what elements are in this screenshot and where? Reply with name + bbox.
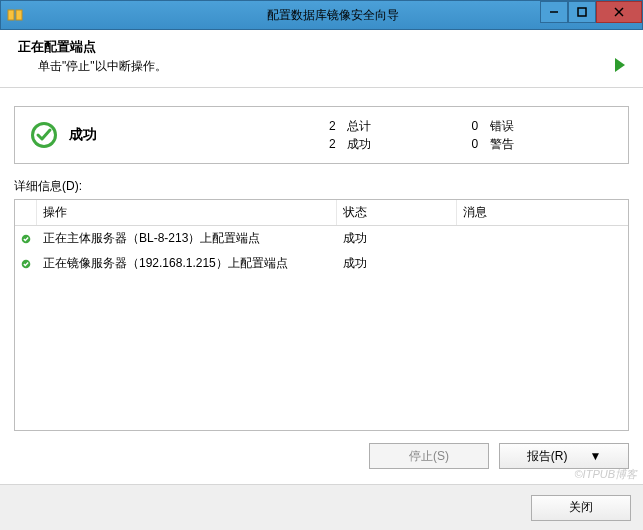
- titlebar: 配置数据库镜像安全向导: [0, 0, 643, 30]
- minimize-button[interactable]: [540, 1, 568, 23]
- stop-button[interactable]: 停止(S): [369, 443, 489, 469]
- summary-status: 成功: [69, 126, 329, 144]
- table-row[interactable]: 正在主体服务器（BL-8-213）上配置端点成功: [15, 226, 628, 251]
- col-status[interactable]: 状态: [337, 200, 457, 225]
- row-status-icon: [15, 231, 37, 247]
- details-label: 详细信息(D):: [14, 178, 629, 195]
- play-icon: [613, 56, 627, 77]
- table-row[interactable]: 正在镜像服务器（192.168.1.215）上配置端点成功: [15, 251, 628, 276]
- success-label: 成功: [347, 135, 371, 153]
- error-count: 0: [472, 117, 490, 135]
- row-status: 成功: [337, 229, 457, 248]
- row-operation: 正在主体服务器（BL-8-213）上配置端点: [37, 229, 337, 248]
- page-title: 正在配置端点: [18, 38, 613, 56]
- row-message: [457, 238, 628, 240]
- stop-button-label: 停止(S): [409, 448, 449, 465]
- total-count: 2: [329, 117, 347, 135]
- svg-rect-0: [8, 10, 14, 20]
- error-label: 错误: [490, 117, 514, 135]
- close-button[interactable]: 关闭: [531, 495, 631, 521]
- success-check-icon: [29, 120, 59, 150]
- maximize-button[interactable]: [568, 1, 596, 23]
- row-message: [457, 263, 628, 265]
- row-operation: 正在镜像服务器（192.168.1.215）上配置端点: [37, 254, 337, 273]
- report-button[interactable]: 报告(R) ▼: [499, 443, 629, 469]
- col-operation[interactable]: 操作: [37, 200, 337, 225]
- app-icon: [7, 7, 23, 23]
- svg-rect-1: [16, 10, 22, 20]
- row-status-icon: [15, 256, 37, 272]
- close-button-label: 关闭: [569, 499, 593, 516]
- warning-label: 警告: [490, 135, 514, 153]
- window-controls: [540, 1, 642, 23]
- success-count: 2: [329, 135, 347, 153]
- watermark: ©ITPUB博客: [575, 467, 638, 482]
- total-label: 总计: [347, 117, 371, 135]
- close-window-button[interactable]: [596, 1, 642, 23]
- summary-box: 成功 2总计 2成功 0错误 0警告: [14, 106, 629, 164]
- svg-rect-3: [578, 8, 586, 16]
- table-header: 操作 状态 消息: [15, 200, 628, 226]
- footer: 关闭: [0, 484, 643, 530]
- divider: [0, 87, 643, 88]
- col-icon[interactable]: [15, 200, 37, 225]
- col-message[interactable]: 消息: [457, 200, 628, 225]
- action-buttons: 停止(S) 报告(R) ▼: [14, 443, 629, 469]
- dropdown-arrow-icon: ▼: [589, 449, 601, 463]
- row-status: 成功: [337, 254, 457, 273]
- details-table: 操作 状态 消息 正在主体服务器（BL-8-213）上配置端点成功正在镜像服务器…: [14, 199, 629, 431]
- report-button-label: 报告(R): [527, 448, 568, 465]
- warning-count: 0: [472, 135, 490, 153]
- header: 正在配置端点 单击"停止"以中断操作。: [0, 30, 643, 83]
- svg-marker-6: [615, 58, 625, 72]
- page-subtitle: 单击"停止"以中断操作。: [38, 58, 613, 75]
